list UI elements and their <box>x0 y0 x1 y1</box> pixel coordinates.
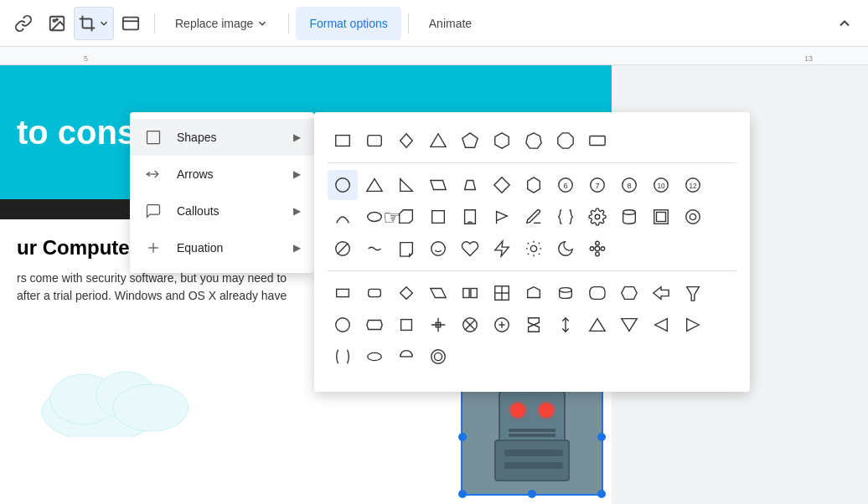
menu-item-callouts[interactable]: Callouts ▶ <box>130 193 314 229</box>
shape-right-triangle[interactable] <box>391 170 421 200</box>
shape-square[interactable] <box>423 202 453 232</box>
insert-image-button[interactable] <box>40 7 74 40</box>
shape-eq-hourglass[interactable] <box>519 310 549 340</box>
shape-eq-stadium[interactable] <box>582 278 612 308</box>
shape-hexagon[interactable] <box>487 126 517 156</box>
shape-hexagon2[interactable] <box>519 170 549 200</box>
insert-dropdown-menu: Shapes ▶ Arrows ▶ Callouts <box>130 112 314 273</box>
svg-text:12: 12 <box>689 183 697 190</box>
collapse-button[interactable] <box>828 7 861 40</box>
shape-circle[interactable] <box>328 170 358 200</box>
shape-smiley[interactable] <box>423 234 453 264</box>
shape-pencil[interactable] <box>519 202 549 232</box>
shape-flower[interactable] <box>582 234 612 264</box>
shape-eq-oval2[interactable] <box>359 342 390 372</box>
shape-frame[interactable] <box>646 202 676 232</box>
shape-rect-thin[interactable] <box>582 126 612 156</box>
shapes-label: Shapes <box>177 131 280 144</box>
shape-eq-tri-right[interactable] <box>678 310 708 340</box>
shape-eq-funnel[interactable] <box>678 278 708 308</box>
selection-handle-mr[interactable] <box>597 433 606 441</box>
shape-sun[interactable] <box>519 234 549 264</box>
shape-eq-ring[interactable] <box>423 342 453 372</box>
shape-eq-bracket[interactable] <box>328 342 358 372</box>
shape-eq-plus-circle[interactable] <box>487 310 517 340</box>
svg-point-69 <box>601 247 605 251</box>
shape-eq-tri-down[interactable] <box>614 310 644 340</box>
animate-button[interactable]: Animate <box>416 7 485 40</box>
selection-handle-br[interactable] <box>597 490 606 498</box>
shape-lightning[interactable] <box>487 234 517 264</box>
shape-eq-diamond[interactable] <box>391 278 421 308</box>
callouts-label: Callouts <box>177 204 280 218</box>
shape-wave[interactable] <box>359 234 390 264</box>
crop-dropdown-button[interactable] <box>74 7 114 40</box>
shape-eq-circle2[interactable] <box>328 310 358 340</box>
shape-eq-square2[interactable] <box>391 310 421 340</box>
svg-marker-17 <box>431 134 446 147</box>
arrows-icon <box>143 164 163 184</box>
shape-diamond2[interactable] <box>487 170 517 200</box>
shape-diamond[interactable] <box>391 126 421 156</box>
shape-bullseye[interactable] <box>678 202 708 232</box>
shape-num-8[interactable]: 8 <box>614 170 644 200</box>
shape-pentagon[interactable] <box>455 126 485 156</box>
shape-num-7[interactable]: 7 <box>582 170 612 200</box>
shape-folded[interactable] <box>391 234 421 264</box>
shape-cylinder[interactable] <box>614 202 644 232</box>
shape-eq-tri-up[interactable] <box>582 310 612 340</box>
svg-line-64 <box>539 243 540 244</box>
shape-eq-rrect[interactable] <box>359 278 390 308</box>
shape-eq-cylinder2[interactable] <box>550 278 581 308</box>
menu-item-shapes[interactable]: Shapes ▶ <box>130 119 314 156</box>
shape-triangle-up[interactable] <box>359 170 390 200</box>
menu-item-arrows[interactable]: Arrows ▶ <box>130 156 314 193</box>
shape-oval[interactable] <box>359 202 390 232</box>
shape-rounded-rect[interactable] <box>359 126 390 156</box>
replace-image-button[interactable]: Replace image <box>162 7 282 40</box>
toolbar-divider-2 <box>288 13 289 33</box>
shape-snip-rect[interactable] <box>391 202 421 232</box>
shape-trapezoid[interactable] <box>455 170 485 200</box>
shape-eq-tab[interactable] <box>519 278 549 308</box>
shape-no[interactable] <box>328 234 358 264</box>
shape-eq-arr-left[interactable] <box>646 278 676 308</box>
shape-eq-rect[interactable] <box>328 278 358 308</box>
shape-eq-hex[interactable] <box>614 278 644 308</box>
selection-handle-bm[interactable] <box>528 490 536 498</box>
shape-eq-dual[interactable] <box>455 278 485 308</box>
shape-heart[interactable] <box>455 234 485 264</box>
shape-parallelogram[interactable] <box>423 170 453 200</box>
ruler-mark-13: 13 <box>804 54 813 63</box>
selection-handle-bl[interactable] <box>458 490 467 498</box>
shape-brace[interactable] <box>550 202 581 232</box>
shape-eq-para[interactable] <box>423 278 453 308</box>
shape-eq-tri-left[interactable] <box>646 310 676 340</box>
shape-eq-hexflat[interactable] <box>359 310 390 340</box>
shape-gear[interactable] <box>582 202 612 232</box>
shape-eq-xmark[interactable] <box>455 310 485 340</box>
shape-moon[interactable] <box>550 234 581 264</box>
shape-num-12[interactable]: 12 <box>678 170 708 200</box>
shape-eq-cross[interactable] <box>423 310 453 340</box>
shape-num-6[interactable]: 6 <box>550 170 581 200</box>
robot-image[interactable] <box>461 378 603 496</box>
shape-triangle[interactable] <box>423 126 453 156</box>
shape-num-10[interactable]: 10 <box>646 170 676 200</box>
menu-item-equation[interactable]: Equation ▶ <box>130 229 314 266</box>
shape-eq-half-circle[interactable] <box>391 342 421 372</box>
shape-rectangle[interactable] <box>328 126 358 156</box>
selection-handle-ml[interactable] <box>458 433 467 441</box>
shape-heptagon[interactable] <box>519 126 549 156</box>
shape-flag[interactable] <box>487 202 517 232</box>
shape-eq-grid[interactable] <box>487 278 517 308</box>
format-options-button[interactable]: Format options <box>296 7 400 40</box>
shape-octagon[interactable] <box>550 126 581 156</box>
replace-mask-button[interactable] <box>114 7 147 40</box>
shape-eq-arrow-ud[interactable] <box>550 310 581 340</box>
link-button[interactable] <box>7 7 40 40</box>
shape-doc[interactable] <box>455 202 485 232</box>
svg-point-56 <box>530 245 536 251</box>
svg-marker-29 <box>528 177 540 193</box>
shape-arc[interactable] <box>328 202 358 232</box>
